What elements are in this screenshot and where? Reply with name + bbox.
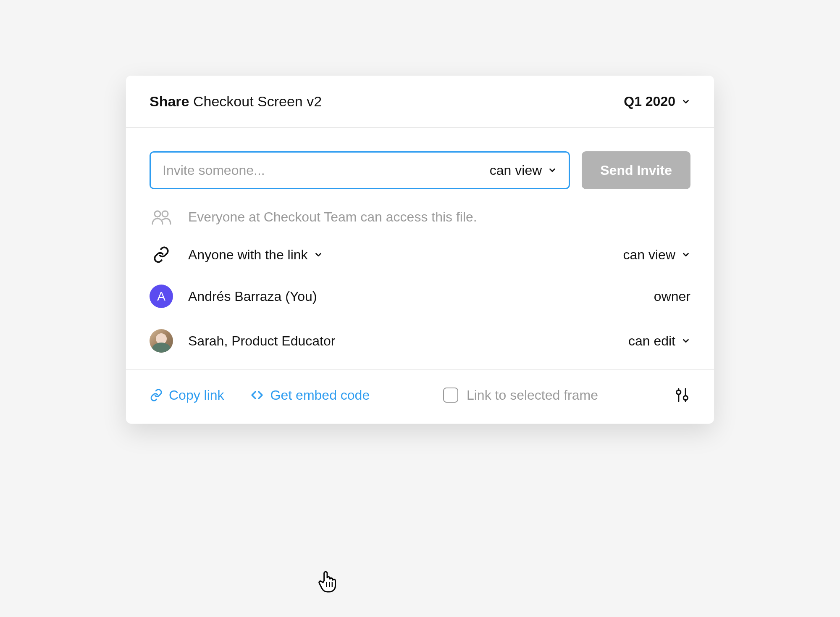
avatar-photo [150, 329, 173, 353]
invite-permission-dropdown[interactable]: can view [490, 163, 557, 178]
access-list: Everyone at Checkout Team can access thi… [150, 209, 690, 353]
user-row: A Andrés Barraza (You) owner [150, 285, 690, 308]
share-prefix: Share [150, 93, 189, 109]
svg-point-3 [677, 390, 681, 394]
share-modal: Share Checkout Screen v2 Q1 2020 can vie… [126, 76, 714, 424]
invite-permission-label: can view [490, 163, 542, 178]
copy-link-button[interactable]: Copy link [150, 388, 224, 403]
cursor-hand-icon [317, 570, 337, 593]
code-icon [249, 388, 265, 402]
link-access-dropdown[interactable]: Anyone with the link [188, 247, 323, 263]
user-name: Andrés Barraza (You) [188, 289, 317, 304]
chevron-down-icon [681, 250, 690, 259]
file-name: Checkout Screen v2 [193, 93, 322, 109]
link-icon [150, 246, 173, 264]
user-permission-dropdown[interactable]: can edit [628, 333, 690, 349]
avatar [150, 329, 173, 353]
modal-body: can view Send Invite [126, 128, 714, 369]
svg-point-1 [162, 211, 168, 217]
link-icon [150, 388, 163, 402]
invite-row: can view Send Invite [150, 151, 690, 189]
chevron-down-icon [548, 166, 557, 175]
send-invite-button[interactable]: Send Invite [582, 151, 690, 189]
link-access-row: Anyone with the link can view [150, 246, 690, 264]
avatar: A [150, 285, 173, 308]
frame-checkbox-label: Link to selected frame [467, 388, 598, 403]
team-access-text: Everyone at Checkout Team can access thi… [188, 209, 477, 225]
project-name: Q1 2020 [624, 94, 675, 109]
invite-box: can view [150, 151, 570, 189]
svg-point-5 [683, 396, 688, 400]
modal-footer: Copy link Get embed code Link to selecte… [126, 369, 714, 424]
people-icon [150, 210, 173, 225]
chevron-down-icon [681, 336, 690, 345]
modal-title: Share Checkout Screen v2 [150, 93, 322, 110]
user-role: owner [654, 289, 690, 304]
checkbox-icon[interactable] [443, 388, 458, 403]
chevron-down-icon [681, 97, 690, 106]
modal-header: Share Checkout Screen v2 Q1 2020 [126, 76, 714, 128]
chevron-down-icon [314, 250, 323, 259]
frame-checkbox-group[interactable]: Link to selected frame [443, 388, 598, 403]
user-name: Sarah, Product Educator [188, 333, 335, 349]
avatar-initial: A [150, 285, 173, 308]
invite-input[interactable] [163, 163, 490, 178]
user-row: Sarah, Product Educator can edit [150, 329, 690, 353]
settings-icon[interactable] [674, 387, 690, 403]
project-selector[interactable]: Q1 2020 [624, 94, 690, 109]
embed-code-button[interactable]: Get embed code [249, 388, 370, 403]
svg-point-0 [155, 211, 160, 217]
team-access-row: Everyone at Checkout Team can access thi… [150, 209, 690, 225]
link-permission-dropdown[interactable]: can view [623, 247, 691, 263]
